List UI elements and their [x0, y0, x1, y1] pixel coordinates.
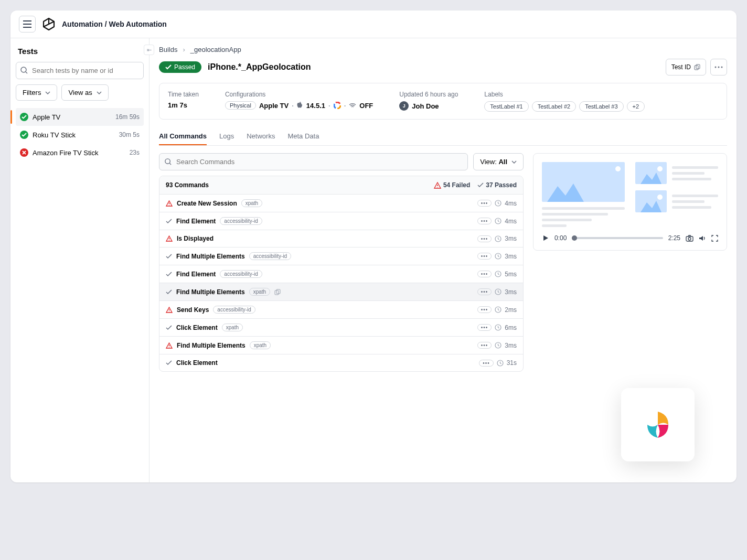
- topbar: Automation / Web Automation: [10, 10, 737, 38]
- commands-count: 93 Commands: [166, 181, 209, 189]
- tests-search-input[interactable]: [16, 62, 144, 79]
- clock-icon: [495, 342, 501, 349]
- fullscreen-icon[interactable]: [711, 235, 718, 242]
- video-panel: 0:00 2:25: [533, 153, 727, 251]
- commands-table: 93 Commands 54 Failed 37 Passed Create N…: [159, 176, 524, 372]
- time-taken-label: Time taken: [168, 91, 199, 98]
- color-circle-icon: [334, 102, 341, 109]
- tab-networks[interactable]: Networks: [247, 128, 275, 145]
- command-name: Click Element: [176, 324, 218, 331]
- command-time: 3ms: [505, 342, 517, 349]
- clock-icon: [495, 271, 501, 277]
- label-chip[interactable]: TestLabel #3: [579, 101, 623, 112]
- tests-sidebar: ⇤ Tests Filters View as Apple TV16m 59sR…: [10, 38, 150, 482]
- more-chip[interactable]: •••: [477, 271, 492, 277]
- svg-point-4: [718, 67, 720, 68]
- command-row[interactable]: Find Elementaccessibility-id•••4ms: [159, 212, 523, 230]
- command-time: 2ms: [505, 306, 517, 314]
- camera-icon[interactable]: [686, 235, 693, 242]
- command-row[interactable]: Find Multiple Elementsxpath•••3ms: [159, 283, 523, 300]
- more-chip[interactable]: •••: [477, 218, 492, 224]
- clock-icon: [495, 235, 501, 242]
- labels-label: Labels: [484, 91, 645, 98]
- video-progress-bar[interactable]: [572, 237, 663, 239]
- locator-chip: xpath: [250, 341, 271, 349]
- sidebar-test-item[interactable]: Apple TV16m 59s: [16, 108, 144, 126]
- breadcrumb-builds[interactable]: Builds: [159, 46, 177, 53]
- label-chip[interactable]: TestLabel #2: [532, 101, 576, 112]
- command-name: Send Keys: [177, 306, 209, 314]
- configurations-value: Physical Apple TV· 14.5.1· · OFF: [225, 101, 373, 110]
- tab-all-commands[interactable]: All Commands: [159, 128, 207, 145]
- clock-icon: [495, 253, 501, 260]
- tab-logs[interactable]: Logs: [219, 128, 234, 145]
- video-controls: 0:00 2:25: [542, 234, 718, 242]
- command-row[interactable]: Find Multiple Elementsxpath•••3ms: [159, 336, 523, 354]
- sidebar-test-item[interactable]: Roku TV Stick30m 5s: [16, 126, 144, 144]
- commands-view-filter[interactable]: View: All: [473, 153, 524, 170]
- locator-chip: xpath: [222, 324, 243, 331]
- swirl-logo-icon: [639, 406, 676, 443]
- menu-button[interactable]: [19, 16, 36, 33]
- warning-icon: [166, 200, 173, 207]
- command-row[interactable]: Click Element•••31s: [159, 354, 523, 371]
- view-as-button[interactable]: View as: [61, 84, 108, 101]
- check-icon: [20, 131, 28, 139]
- sidebar-test-item[interactable]: Amazon Fire TV Stick23s: [16, 144, 144, 161]
- svg-point-3: [715, 67, 717, 68]
- label-chip[interactable]: TestLabel #1: [484, 101, 528, 112]
- locator-chip: xpath: [241, 199, 262, 207]
- more-horizontal-icon: [714, 66, 723, 68]
- command-row[interactable]: Click Elementxpath•••6ms: [159, 318, 523, 336]
- search-icon: [164, 158, 172, 166]
- command-row[interactable]: Send Keysaccessibility-id•••2ms: [159, 300, 523, 318]
- clock-icon: [495, 324, 501, 331]
- clock-icon: [495, 306, 501, 313]
- more-chip[interactable]: •••: [477, 342, 492, 349]
- command-row[interactable]: Create New Sessionxpath•••4ms: [159, 194, 523, 212]
- test-info-card: Time taken 1m 7s Configurations Physical…: [159, 83, 727, 120]
- warning-icon: [166, 342, 173, 349]
- svg-point-9: [165, 159, 170, 164]
- more-chip[interactable]: •••: [477, 288, 492, 295]
- clock-icon: [495, 288, 501, 295]
- tab-meta-data[interactable]: Meta Data: [287, 128, 319, 145]
- commands-search-input[interactable]: [159, 153, 468, 170]
- more-chip[interactable]: •••: [477, 200, 492, 207]
- warning-icon: [434, 182, 441, 189]
- copy-icon: [694, 64, 700, 70]
- command-row[interactable]: Find Multiple Elementsaccessibility-id••…: [159, 247, 523, 265]
- play-icon[interactable]: [542, 234, 549, 242]
- more-chip[interactable]: •••: [477, 253, 492, 260]
- more-chip[interactable]: •••: [477, 235, 492, 242]
- more-chip[interactable]: •••: [477, 306, 492, 313]
- filters-button[interactable]: Filters: [16, 84, 57, 101]
- command-time: 6ms: [505, 324, 517, 331]
- labels-list: TestLabel #1TestLabel #2TestLabel #3+2: [484, 101, 645, 112]
- breadcrumb: Builds › _geolocationApp: [159, 46, 727, 53]
- command-row[interactable]: Find Elementaccessibility-id•••5ms: [159, 265, 523, 283]
- more-chip[interactable]: •••: [479, 360, 494, 367]
- failed-count: 54 Failed: [434, 181, 470, 189]
- chevron-down-icon: [97, 91, 102, 94]
- configurations-label: Configurations: [225, 91, 373, 98]
- more-options-button[interactable]: [710, 59, 727, 76]
- copy-icon[interactable]: [274, 289, 281, 295]
- clock-icon: [495, 218, 501, 224]
- labels-more[interactable]: +2: [627, 101, 645, 112]
- check-icon: [166, 219, 172, 224]
- command-name: Click Element: [176, 359, 218, 367]
- command-time: 4ms: [505, 218, 517, 225]
- passed-count: 37 Passed: [477, 181, 517, 189]
- breadcrumb-app[interactable]: _geolocationApp: [190, 46, 241, 53]
- command-name: Create New Session: [177, 200, 237, 207]
- screenshot-large: [542, 162, 625, 227]
- volume-icon[interactable]: [699, 235, 706, 242]
- more-chip[interactable]: •••: [477, 324, 492, 331]
- test-id-button[interactable]: Test ID: [666, 59, 706, 76]
- command-row[interactable]: Is Displayed•••3ms: [159, 230, 523, 247]
- clock-icon: [497, 360, 504, 367]
- hamburger-icon: [23, 20, 31, 28]
- locator-chip: accessibility-id: [220, 270, 262, 278]
- updated-user: JJoh Doe: [399, 101, 458, 111]
